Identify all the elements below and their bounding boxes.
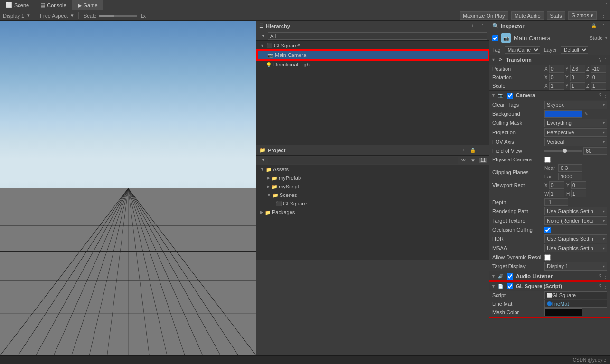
audio-settings-btn[interactable]: ⋮ — [603, 274, 608, 279]
occlusion-checkbox[interactable] — [544, 227, 551, 233]
scale-slider[interactable] — [99, 15, 137, 17]
object-enabled-checkbox[interactable] — [492, 35, 498, 41]
background-color-swatch[interactable] — [544, 110, 582, 118]
proj-item-assets[interactable]: ▼ 📁 Assets — [256, 165, 489, 174]
projection-dropdown[interactable]: Perspective ▾ — [544, 128, 607, 137]
rendering-path-dropdown[interactable]: Use Graphics Settin ▾ — [544, 207, 607, 215]
audio-listener-header[interactable]: ▼ 🔊 Audio Listener ? ⋮ — [489, 271, 610, 281]
fov-slider[interactable] — [544, 150, 582, 152]
physical-camera-checkbox[interactable] — [544, 157, 551, 163]
project-panel: ▼ 📁 Assets ▶ 📁 myPrefab ▶ 📁 myScript ▼ 📁… — [256, 165, 489, 260]
vp-w-input[interactable] — [549, 190, 564, 197]
audio-enabled-checkbox[interactable] — [507, 273, 513, 280]
insp-lock-btn[interactable]: 🔒 — [590, 22, 598, 30]
vp-w-label: W — [544, 191, 548, 196]
camera-help-btn[interactable]: ? — [599, 93, 601, 98]
vp-x-input[interactable] — [549, 181, 564, 189]
hierarchy-settings-btn[interactable]: ⋮ — [479, 22, 486, 30]
proj-scenes-icon: 📁 — [272, 193, 278, 198]
audio-help-btn[interactable]: ? — [599, 274, 601, 279]
near-input[interactable] — [558, 164, 582, 172]
vp-h-input[interactable] — [571, 190, 586, 197]
hierarchy-add-btn[interactable]: + — [469, 22, 477, 30]
viewport-wh-fields: W H — [544, 190, 607, 197]
camera-enabled-checkbox[interactable] — [507, 93, 513, 99]
project-add-btn[interactable]: + — [460, 147, 467, 154]
gl-square-enabled-checkbox[interactable] — [507, 283, 513, 289]
sc-x-label: X — [544, 84, 548, 89]
maximize-on-play-btn[interactable]: Maximize On Play — [460, 11, 508, 20]
gl-square-header[interactable]: ▼ 📄 GL Square (Script) ? ⋮ — [489, 281, 610, 291]
fov-input[interactable] — [583, 147, 607, 155]
project-lock-btn[interactable]: 🔒 — [469, 147, 477, 154]
target-display-dropdown[interactable]: Display 1 ▾ — [544, 262, 607, 271]
proj-star-btn[interactable]: ★ — [469, 157, 477, 164]
scale-x-input[interactable] — [549, 82, 564, 90]
rotation-y-input[interactable] — [570, 74, 585, 81]
status-credit: CSDN @yueyie — [573, 357, 606, 363]
camera-comp-header[interactable]: ▼ 📷 Camera ? ⋮ — [489, 91, 610, 100]
tab-game[interactable]: ▶ Game — [72, 0, 103, 10]
hierarchy-add-small-btn[interactable]: +▾ — [258, 32, 266, 40]
rotation-x-input[interactable] — [549, 74, 564, 81]
clear-flags-dropdown[interactable]: Skybox ▾ — [544, 101, 607, 109]
rotation-z-input[interactable] — [591, 74, 606, 81]
target-display-row: Target Display Display 1 ▾ — [489, 261, 610, 271]
proj-item-myscript[interactable]: ▶ 📁 myScript — [256, 182, 489, 191]
proj-item-scenes[interactable]: ▼ 📁 Scenes — [256, 191, 489, 199]
tag-dropdown[interactable]: MainCame — [505, 46, 540, 54]
msaa-dropdown[interactable]: Use Graphics Settin ▾ — [544, 244, 607, 252]
transform-settings-btn[interactable]: ⋮ — [603, 57, 608, 63]
camera-settings-btn[interactable]: ⋮ — [603, 93, 608, 98]
tab-console[interactable]: ▤ Console — [35, 0, 72, 10]
position-z-input[interactable] — [591, 65, 606, 73]
proj-item-myprefab[interactable]: ▶ 📁 myPrefab — [256, 174, 489, 182]
insp-settings-btn[interactable]: ⋮ — [600, 22, 607, 30]
hierarchy-item-dir-light[interactable]: 💡 Directional Light — [256, 60, 489, 69]
project-search-input[interactable] — [268, 157, 458, 164]
gl-square-settings-btn[interactable]: ⋮ — [603, 284, 608, 289]
mesh-color-swatch[interactable] — [544, 308, 582, 316]
gizmos-btn[interactable]: Gizmos ▾ — [568, 11, 597, 20]
vp-x-field: X — [544, 181, 564, 189]
tab-overflow-btn[interactable]: ⋮ — [602, 1, 610, 9]
gl-square-help-btn[interactable]: ? — [599, 284, 601, 289]
scale-z-input[interactable] — [591, 82, 606, 90]
transform-help-btn[interactable]: ? — [599, 57, 601, 63]
far-input[interactable] — [558, 173, 582, 180]
layer-dropdown[interactable]: Default — [561, 46, 588, 54]
transform-header[interactable]: ▼ ⟳ Transform ? ⋮ — [489, 55, 610, 65]
allow-dynamic-checkbox[interactable] — [544, 254, 551, 261]
proj-glsquare-scene-icon: ⬛ — [276, 201, 282, 206]
scale-y-input[interactable] — [570, 82, 585, 90]
position-y-input[interactable] — [570, 65, 585, 73]
culling-mask-dropdown[interactable]: Everything ▾ — [544, 119, 607, 127]
proj-item-glsquare-scene[interactable]: ⬛ GLSquare — [256, 199, 489, 208]
fov-slider-handle[interactable] — [563, 149, 567, 153]
clipping-planes-label: Clipping Planes — [492, 169, 544, 175]
hierarchy-search-input[interactable] — [268, 32, 487, 40]
proj-add-btn[interactable]: +▾ — [258, 157, 266, 164]
vp-y-field: Y — [566, 181, 586, 189]
hdr-dropdown[interactable]: Use Graphics Settin ▾ — [544, 234, 607, 243]
hierarchy-item-main-camera[interactable]: 📷 Main Camera — [257, 50, 488, 60]
position-x-input[interactable] — [549, 65, 564, 73]
mute-audio-btn[interactable]: Mute Audio — [511, 11, 544, 20]
target-texture-dropdown[interactable]: None (Render Textu ▾ — [544, 216, 607, 225]
hierarchy-item-glsquare-scene[interactable]: ▼ ⬛ GLSquare* — [256, 41, 489, 50]
proj-eye-btn[interactable]: 👁 — [460, 157, 468, 164]
fov-axis-dropdown[interactable]: Vertical ▾ — [544, 138, 607, 146]
proj-item-packages[interactable]: ▶ 📁 Packages — [256, 208, 489, 216]
insp-icon: 🔍 — [492, 23, 499, 29]
rotation-z-field: Z — [586, 74, 606, 81]
background-edit-btn[interactable]: ✎ — [584, 112, 588, 116]
toolbar-overflow-btn[interactable]: ⋮ — [600, 12, 607, 19]
gl-square-icon: 📄 — [497, 283, 504, 289]
depth-input[interactable] — [544, 198, 568, 206]
sky-background — [0, 21, 256, 205]
line-mat-icon: 🔵 — [547, 301, 552, 306]
stats-btn[interactable]: Stats — [547, 11, 565, 20]
vp-y-input[interactable] — [571, 181, 586, 189]
tab-scene[interactable]: ⬜ Scene — [0, 0, 35, 10]
project-settings-btn[interactable]: ⋮ — [479, 147, 486, 154]
